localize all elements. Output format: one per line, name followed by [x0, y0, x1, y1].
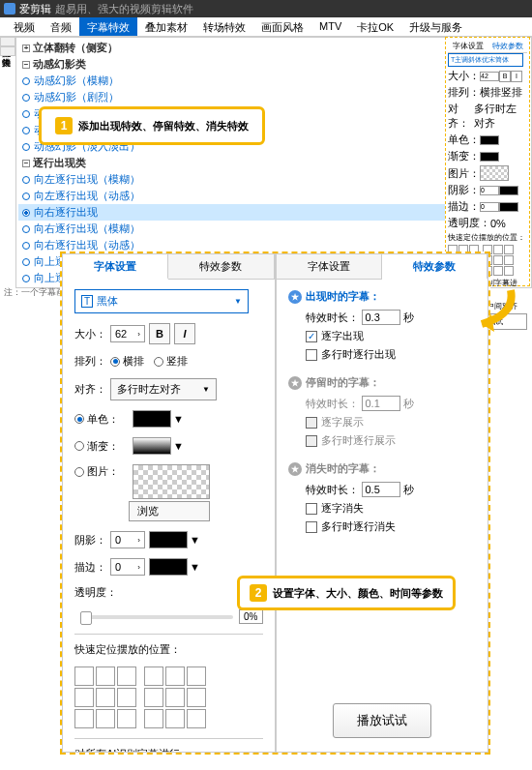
- annotation-arrow: [462, 285, 520, 334]
- font-panel: 字体设置 特效参数 T黑体▼ 大小：62›BI 排列：横排竖排 对齐：多行时左对…: [62, 253, 276, 753]
- menu-karaoke[interactable]: 卡拉OK: [349, 17, 401, 36]
- callout-number: 1: [55, 117, 73, 134]
- star-icon: ★: [288, 462, 302, 476]
- menu-subtitle-fx[interactable]: 字幕特效: [79, 17, 137, 36]
- position-grid-2[interactable]: [144, 666, 206, 728]
- tab-font-settings[interactable]: 字体设置: [63, 254, 168, 280]
- gradient-radio[interactable]: 渐变：: [74, 439, 119, 454]
- size-input[interactable]: 62›: [110, 325, 145, 342]
- menu-transition[interactable]: 转场特效: [195, 17, 253, 36]
- collapse-icon[interactable]: −: [22, 160, 30, 167]
- callout-1: 1 添加出现特效、停留特效、消失特效: [39, 106, 265, 145]
- app-icon: [4, 3, 15, 15]
- disappear-duration-input[interactable]: 0.5: [362, 482, 400, 497]
- menu-upgrade[interactable]: 升级与服务: [401, 17, 470, 36]
- callout-number: 2: [250, 584, 267, 602]
- appear-section: ★出现时的字幕： 特效时长：0.3秒 ✓逐字出现 多行时逐行出现: [288, 289, 477, 362]
- titlebar: 爱剪辑 超易用、强大的视频剪辑软件: [0, 0, 532, 17]
- tab-font-settings-2[interactable]: 字体设置: [277, 254, 382, 279]
- menubar: 视频 音频 字幕特效 叠加素材 转场特效 画面风格 MTV 卡拉OK 升级与服务: [0, 17, 532, 37]
- browse-button[interactable]: 浏览: [129, 501, 210, 521]
- disappear-perchar-checkbox[interactable]: [306, 503, 317, 515]
- star-icon: ★: [288, 376, 302, 390]
- align-select[interactable]: 多行时左对齐▼: [110, 378, 217, 400]
- side-mini-panel: 字体设置特效参数 T主调斜体优宋简体 大小：42BI 排列：横排 竖排 对齐：多…: [445, 37, 530, 286]
- font-select[interactable]: T黑体▼: [74, 289, 249, 313]
- preview-button-right[interactable]: 播放试试: [333, 703, 431, 738]
- stay-perchar-checkbox[interactable]: [306, 417, 317, 429]
- expand-icon[interactable]: +: [22, 44, 30, 52]
- color-picker[interactable]: [133, 410, 171, 428]
- stay-section: ★停留时的字幕： 特效时长：0.1秒 逐字展示 多行时逐行展示: [288, 375, 477, 448]
- side-tab-disappear[interactable]: 消失特效: [0, 46, 15, 56]
- appear-perchar-checkbox[interactable]: ✓: [306, 331, 317, 342]
- opacity-value: 0%: [239, 609, 262, 624]
- stay-duration-input[interactable]: 0.1: [362, 396, 400, 411]
- menu-style[interactable]: 画面风格: [253, 17, 311, 36]
- opacity-slider[interactable]: [80, 615, 233, 619]
- menu-mtv[interactable]: MTV: [311, 17, 349, 36]
- disappear-section: ★消失时的字幕： 特效时长：0.5秒 逐字消失 多行时逐行消失: [288, 461, 477, 534]
- mini-font-select[interactable]: T主调斜体优宋简体: [448, 53, 523, 67]
- app-subtitle: 超易用、强大的视频剪辑软件: [55, 2, 193, 16]
- star-icon: ★: [288, 290, 302, 304]
- image-radio[interactable]: 图片：: [74, 464, 119, 479]
- italic-button[interactable]: I: [174, 323, 195, 344]
- collapse-icon[interactable]: −: [22, 61, 30, 69]
- menu-overlay[interactable]: 叠加素材: [137, 17, 195, 36]
- shadow-input[interactable]: 0›: [110, 531, 145, 548]
- position-grid-1[interactable]: [74, 666, 136, 728]
- effect-panel: 字体设置 特效参数 ★出现时的字幕： 特效时长：0.3秒 ✓逐字出现 多行时逐行…: [276, 253, 489, 753]
- arrange-horizontal[interactable]: 横排: [110, 354, 144, 369]
- shadow-color[interactable]: [149, 531, 188, 548]
- tab-effect-params[interactable]: 特效参数: [168, 254, 274, 279]
- tab-effect-params-2[interactable]: 特效参数: [382, 254, 488, 280]
- app-name: 爱剪辑: [19, 2, 51, 16]
- image-preview: [133, 464, 210, 499]
- side-tabs: 出现特效 消失特效: [0, 37, 15, 56]
- stroke-input[interactable]: 0›: [110, 558, 145, 576]
- bold-button[interactable]: B: [149, 323, 170, 344]
- appear-perline-checkbox[interactable]: [306, 349, 317, 361]
- side-tab-appear[interactable]: 出现特效: [0, 37, 15, 46]
- menu-video[interactable]: 视频: [6, 17, 43, 36]
- gradient-picker[interactable]: [133, 437, 171, 455]
- single-color-radio[interactable]: 单色：: [74, 412, 119, 427]
- settings-panels: 字体设置 特效参数 T黑体▼ 大小：62›BI 排列：横排竖排 对齐：多行时左对…: [60, 252, 490, 755]
- stay-perline-checkbox[interactable]: [306, 435, 317, 447]
- arrange-vertical[interactable]: 竖排: [154, 354, 188, 369]
- stroke-color[interactable]: [149, 558, 188, 576]
- appear-duration-input[interactable]: 0.3: [362, 310, 400, 325]
- disappear-perline-checkbox[interactable]: [306, 521, 317, 533]
- callout-2: 2 设置字体、大小、颜色、时间等参数: [237, 576, 456, 610]
- menu-audio[interactable]: 音频: [43, 17, 79, 36]
